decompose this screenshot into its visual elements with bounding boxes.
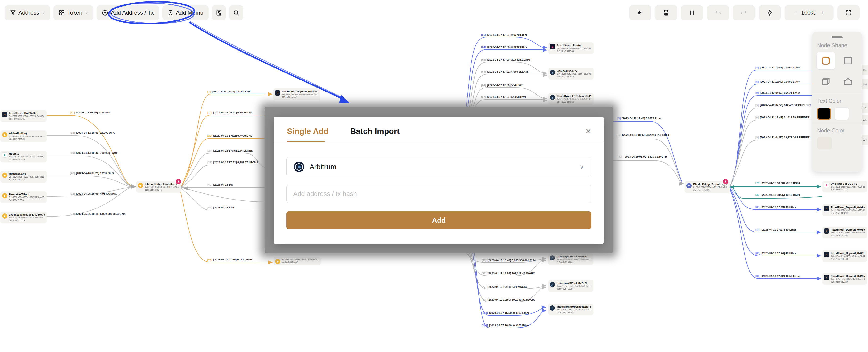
undo-button[interactable] — [707, 5, 729, 20]
token-filter-button[interactable]: Token ∨ — [54, 5, 93, 20]
edge-label[interactable]: [14][2023-04-12 10:53] 23,000 AI-A — [70, 131, 115, 134]
graph-node[interactable]: ◆ AI Avail (AI-A) 0xd048b4c23af828e5be41… — [0, 130, 46, 142]
shape-cube-option[interactable] — [817, 73, 835, 90]
shape-square-option[interactable] — [839, 52, 857, 69]
graph-node[interactable]: ◆ 0x24832b971658cf95cdd393697cdaadaa96d7… — [274, 257, 321, 266]
edge-label[interactable]: [82][2023-04-19 16:56] 109,117.40 MAGIC — [482, 272, 535, 275]
edge-label[interactable]: [20][2023-04-13 17:32] 0.4000 BNB — [207, 134, 252, 137]
edge-label[interactable]: [95][2023-05-11 07:50] 0.0491 BNB — [207, 258, 252, 261]
edge-label[interactable]: [9][2023-04-12 04:53] 0.2221 Ether — [755, 92, 800, 94]
graph-node[interactable]: ◭ UniswapV3Pool_0x59d7 0x59d72ddb29da328… — [548, 253, 593, 265]
edge-label[interactable]: [9][2023-04-12 04:53] 342,461.52 PEPEBET — [755, 104, 811, 107]
auto-layout-button[interactable] — [655, 5, 677, 20]
text-color-black-swatch[interactable] — [817, 108, 831, 120]
edge-label[interactable]: [57][2023-04-17 17:21] 544.68 HWT — [481, 96, 526, 98]
edge-label[interactable]: [85][2023-04-19 17:24] 40 Ether — [755, 252, 796, 255]
shape-rounded-rect-option[interactable] — [817, 52, 835, 69]
close-icon[interactable]: ✕ — [586, 127, 591, 135]
graph-node[interactable]: ↗ FixedFloat_Deposit_0x8d34 0x8d34c30476… — [273, 89, 320, 100]
graph-node[interactable]: ◭ CasinoTreasury 0xfa286832f3e9261cedf7e… — [548, 68, 593, 79]
zoom-in-button[interactable]: + — [820, 9, 824, 16]
edge-label[interactable]: [77][2023-04-19 16:41] 2.90 MAGIC — [482, 285, 527, 288]
edge-label[interactable]: [24][2023-04-13 17:45] 1.76 LEONS — [207, 149, 253, 152]
edge-label[interactable]: [86][2023-04-19 17:32] 30.50 Ether — [755, 275, 800, 277]
edge-label[interactable]: [19][2023-04-13 10:40] 700,000 Factr — [70, 151, 117, 154]
edge-label[interactable]: [94][2023-05-06 16:15] 5,000,000 BSC-Coi… — [70, 212, 126, 215]
graph-node[interactable]: ↗ FixedFloat_Deposit_0x93c6 0x93c62edda7… — [822, 226, 867, 238]
edge-label[interactable]: [5][2023-04-11 17:49] 0.0400 Ether — [755, 80, 800, 83]
graph-node[interactable]: ◆ PancakeV3Pool 0xb6019a53d6763c95167874… — [0, 191, 46, 203]
graph-node[interactable]: ◉ SushiSwap: Router 0x1b02da8cb0d097eb8d… — [548, 42, 593, 54]
edge-label[interactable]: [84][2023-04-19 17:17] 40 Ether — [755, 228, 796, 231]
fullscreen-button[interactable] — [837, 5, 860, 20]
edge-label[interactable]: [80][2023-04-19 16:48] 5,055,500,001 ELM — [482, 259, 535, 262]
node-style-panel: Node Shape Text Color Node Color — [812, 32, 862, 172]
edge-label[interactable]: [21][2023-04-13 17:32] 8,251.77 LEONS — [207, 161, 258, 164]
panel-divider — [812, 124, 862, 124]
graph-node-exploiter[interactable]: ◆ Elleria Bridge Exploiter_0xf2c... 0xf2… — [136, 181, 181, 193]
add-button[interactable]: Add — [286, 211, 591, 229]
edge-label[interactable]: [101][2023-08-07 15:59] 0.0103 Ether — [482, 312, 529, 314]
alert-badge-icon[interactable] — [175, 178, 182, 185]
edge-label[interactable]: [50][2023-04-16 16: — [207, 183, 233, 186]
locate-center-button[interactable] — [759, 5, 781, 20]
edge-label[interactable]: [9][2023-04-12 04:53] 29,779.26 PEPEBET — [755, 136, 809, 139]
edge-label[interactable]: [30][2023-04-13 18:35] 40.19 USDT — [755, 193, 800, 196]
tab-batch-import[interactable]: Batch Import — [350, 127, 400, 136]
shape-house-option[interactable] — [839, 73, 857, 90]
graph-canvas[interactable]: ↗ FixedFloat: Hot Wallet 0x4727250679294… — [0, 0, 868, 352]
edge-label[interactable]: [82][2023-04-19 16:56] 102,740.39 MAGIC — [482, 298, 535, 301]
graph-node[interactable]: ◭ TransparentUpgradeableProxy_b1... 0xb1… — [548, 304, 593, 315]
add-memo-button[interactable]: Add Memo — [162, 5, 209, 20]
pan-hand-button[interactable] — [629, 5, 651, 20]
add-address-tx-button[interactable]: Add Address / Tx — [97, 5, 159, 20]
edge-label[interactable]: [63][2023-04-17 17:51] 5,000 $LLAMI — [481, 70, 528, 73]
node-color-swatch[interactable] — [817, 137, 832, 149]
edge-label[interactable]: [8][2023-04-11 18:13] 372,240 PEPEBET — [618, 133, 670, 136]
edge-label[interactable]: [83][2023-04-19 17:13] 30 Ether — [755, 206, 796, 208]
graph-node[interactable]: ◭ SushiSwap LP Token (SLP) 0x3ecc5a0d8b3… — [548, 93, 593, 105]
edge-label[interactable]: [102][2023-08-07 16:00] 0.0100 Ether — [482, 324, 529, 327]
graph-node[interactable]: ◭ UniswapV3Pool_0x7e7f 0x7e7fb3cceca5f2a… — [548, 280, 593, 292]
edge-label[interactable]: [92][2023-05-06 15:59] 4.98 COSMIC — [70, 192, 117, 195]
redo-button[interactable] — [733, 5, 755, 20]
address-filter-button[interactable]: Address ∨ — [5, 5, 50, 20]
text-color-white-swatch[interactable] — [835, 108, 849, 120]
tab-single-add[interactable]: Single Add — [287, 127, 329, 136]
search-button[interactable] — [229, 5, 243, 20]
zoom-level: 100% — [801, 9, 815, 16]
edge-label[interactable]: [3][2023-04-11 17:40] 0.0677 Ether — [617, 117, 661, 120]
panel-drag-handle[interactable] — [832, 36, 842, 38]
graph-node[interactable]: ♞ Uniswap V3: USDT 3 0x11b815efb8f581194… — [822, 181, 867, 192]
graph-node[interactable]: ↗ FixedFloat_Deposit_0x2f8d 0x2f8d5cf532… — [822, 273, 867, 285]
edge-label[interactable]: [10][2023-04-12 05:57] 0.2000 BNB — [207, 111, 252, 114]
graph-node[interactable]: ◆ 0xe3e1147acd39687a25ca7716227c... 0xe3… — [0, 212, 46, 223]
edge-label[interactable]: [6][2023-04-11 17:49] 31,419.79 PEPEBET — [755, 116, 809, 119]
edge-label[interactable]: [1][2023-04-11 16:55] 2.45 BNB — [70, 111, 110, 114]
edge-label[interactable]: [48][2023-04-16 07:21] 1,200 OKG — [70, 172, 114, 175]
edge-label[interactable]: [62][2023-04-17 17:50] 23,642 $LLAMI — [481, 58, 530, 61]
edge-label[interactable]: [4][2023-04-11 17:41] 0.0200 Ether — [755, 66, 800, 69]
network-select[interactable]: Arbitrum ∨ — [286, 157, 591, 176]
layout-flow-icon — [663, 9, 670, 16]
zoom-out-button[interactable]: - — [794, 9, 796, 16]
graph-node[interactable]: ↗ FixedFloat_Deposit_0x6616 0x6616ea6ede… — [822, 250, 867, 262]
text-color-title: Text Color — [817, 98, 858, 104]
edge-label[interactable]: [64][2023-04-17 17:56] 0.0092 Ether — [481, 46, 527, 48]
graph-node[interactable]: ↗ FixedFloat_Deposit_0xfdc4 0xfdc4964514… — [822, 204, 867, 216]
graph-node[interactable]: ↗ FixedFloat: Hot Wallet 0x4727250679294… — [0, 110, 46, 122]
edge-label[interactable]: [73][2023-04-19 05:09] 140.39 anyETH — [618, 155, 667, 158]
edge-label[interactable]: [54][2023-04-17 17:1 — [207, 206, 234, 209]
graph-node[interactable]: ♦ Huobi 1 0xefdca55e4bce6c1d535cb2d0687b… — [0, 150, 46, 162]
edge-label[interactable]: [2][2023-04-11 17:39] 0.4000 BNB — [207, 90, 251, 93]
alert-badge-icon[interactable] — [722, 178, 729, 185]
edge-label[interactable]: [64][2023-04-17 17:56] 504 HWT — [481, 84, 523, 86]
graph-node[interactable]: ◆ Disperse.app 0xd152f549545093347a162dc… — [0, 171, 46, 183]
network-select-value: Arbitrum — [310, 163, 336, 171]
add-memo-label: Add Memo — [176, 9, 203, 16]
edge-label[interactable]: [70][2023-04-18 16:38] 50.19 USDT — [755, 182, 800, 184]
address-book-button[interactable] — [212, 5, 226, 20]
address-tx-input[interactable] — [286, 185, 591, 203]
edge-label[interactable]: [56][2023-04-17 17:21] 0.0270 Ether — [481, 33, 527, 36]
align-columns-button[interactable] — [681, 5, 703, 20]
